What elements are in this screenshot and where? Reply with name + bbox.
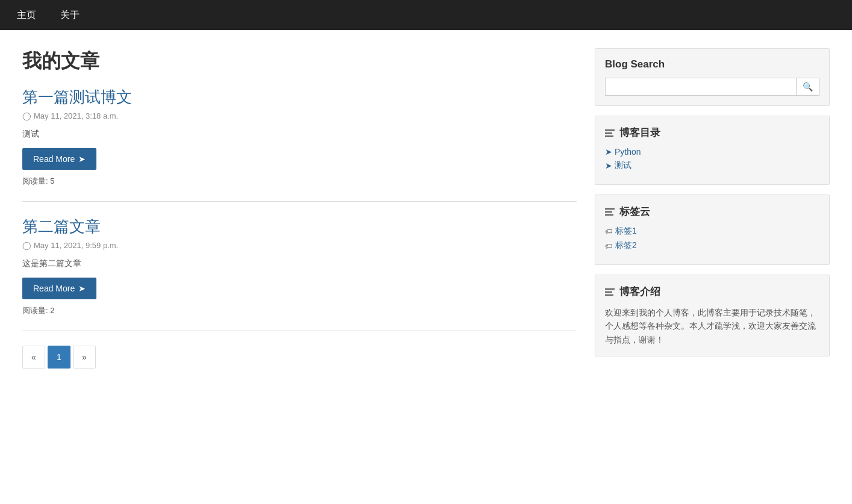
catalog-widget: 博客目录 ➤ Python ➤ 测试	[595, 116, 830, 185]
lines-icon-tags	[605, 208, 615, 216]
page-container: 我的文章 第一篇测试博文 ◯ May 11, 2021, 3:18 a.m. 测…	[10, 30, 842, 387]
tags-list: 🏷 标签1 🏷 标签2	[605, 226, 819, 251]
read-more-button-2[interactable]: Read More ➤	[22, 278, 96, 299]
tag-item-2[interactable]: 标签2	[615, 240, 637, 251]
sidebar: Blog Search 🔍 博客目录 ➤ Python	[595, 48, 830, 369]
tags-widget-title: 标签云	[605, 205, 819, 219]
pagination-page-1[interactable]: 1	[48, 346, 70, 369]
read-more-button-1[interactable]: Read More ➤	[22, 148, 96, 170]
article-2-title[interactable]: 第二篇文章	[22, 216, 577, 237]
search-widget: Blog Search 🔍	[595, 48, 830, 106]
tags-widget: 标签云 🏷 标签1 🏷 标签2	[595, 194, 830, 265]
chevron-right-icon-cat2: ➤	[605, 161, 612, 170]
article-1: 第一篇测试博文 ◯ May 11, 2021, 3:18 a.m. 测试 Rea…	[22, 87, 577, 202]
list-item: ➤ Python	[605, 147, 819, 157]
article-1-title[interactable]: 第一篇测试博文	[22, 87, 577, 108]
pagination-prev[interactable]: «	[22, 346, 45, 369]
search-widget-title: Blog Search	[605, 58, 819, 70]
clock-icon-1: ◯	[22, 111, 31, 120]
article-2-excerpt: 这是第二篇文章	[22, 258, 577, 269]
navbar: 主页 关于	[0, 0, 852, 30]
article-2-views: 阅读量: 2	[22, 305, 577, 316]
article-2-date: ◯ May 11, 2021, 9:59 p.m.	[22, 241, 577, 250]
article-1-excerpt: 测试	[22, 129, 577, 140]
search-icon: 🔍	[803, 82, 813, 92]
about-text: 欢迎来到我的个人博客，此博客主要用于记录技术随笔，个人感想等各种杂文。本人才疏学…	[605, 306, 819, 346]
clock-icon-2: ◯	[22, 241, 31, 250]
lines-icon-about	[605, 288, 615, 296]
about-widget-title: 博客介绍	[605, 285, 819, 299]
chevron-right-icon-2: ➤	[78, 284, 86, 293]
list-item: ➤ 测试	[605, 160, 819, 171]
about-widget: 博客介绍 欢迎来到我的个人博客，此博客主要用于记录技术随笔，个人感想等各种杂文。…	[595, 275, 830, 356]
catalog-widget-title: 博客目录	[605, 126, 819, 140]
tag-icon-1: 🏷	[605, 227, 613, 236]
catalog-item-test[interactable]: 测试	[615, 160, 631, 171]
search-button[interactable]: 🔍	[796, 78, 819, 96]
article-1-date: ◯ May 11, 2021, 3:18 a.m.	[22, 111, 577, 120]
list-item: 🏷 标签2	[605, 240, 819, 251]
catalog-item-python[interactable]: Python	[615, 147, 641, 157]
nav-about[interactable]: 关于	[55, 7, 84, 24]
tag-item-1[interactable]: 标签1	[615, 226, 637, 237]
article-2: 第二篇文章 ◯ May 11, 2021, 9:59 p.m. 这是第二篇文章 …	[22, 216, 577, 331]
search-input[interactable]	[605, 78, 796, 96]
search-box: 🔍	[605, 78, 819, 96]
page-title: 我的文章	[22, 48, 577, 75]
main-content: 我的文章 第一篇测试博文 ◯ May 11, 2021, 3:18 a.m. 测…	[22, 48, 577, 369]
lines-icon-catalog	[605, 129, 615, 137]
pagination: « 1 »	[22, 346, 577, 369]
tag-icon-2: 🏷	[605, 241, 613, 250]
chevron-right-icon-1: ➤	[78, 154, 86, 164]
article-1-views: 阅读量: 5	[22, 176, 577, 187]
pagination-next[interactable]: »	[73, 346, 96, 369]
list-item: 🏷 标签1	[605, 226, 819, 237]
catalog-list: ➤ Python ➤ 测试	[605, 147, 819, 171]
chevron-right-icon-cat1: ➤	[605, 147, 612, 157]
nav-home[interactable]: 主页	[12, 7, 41, 24]
